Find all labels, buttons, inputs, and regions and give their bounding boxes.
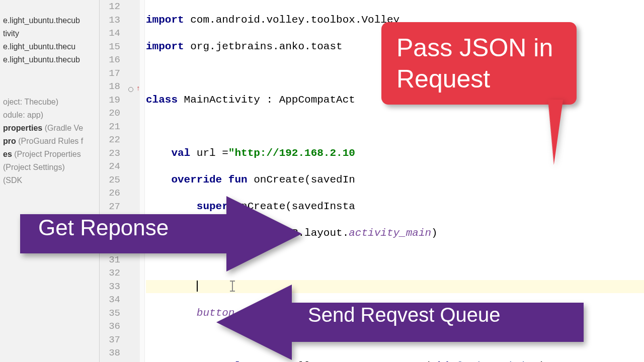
- tree-item[interactable]: (Project Settings): [0, 161, 99, 174]
- project-sidebar: e.light_ubuntu.thecub tivity e.light_ubu…: [0, 0, 100, 362]
- line-number: 37: [100, 333, 144, 347]
- line-number: 34: [100, 293, 144, 307]
- tree-item[interactable]: (SDK: [0, 174, 99, 187]
- line-number: 21: [100, 120, 144, 134]
- line-number: 17: [100, 67, 144, 80]
- tree-item[interactable]: pro (ProGuard Rules f: [0, 135, 99, 148]
- line-number: 25: [100, 173, 144, 187]
- line-number-gutter: 12131415161718↑1920212223242526272829303…: [100, 0, 145, 362]
- tree-item[interactable]: es (Project Properties: [0, 148, 99, 161]
- line-number: 18↑: [100, 80, 144, 94]
- line-number: 15: [100, 40, 144, 54]
- line-number: 14: [100, 27, 144, 40]
- line-number: 24: [100, 160, 144, 173]
- fold-column: [140, 0, 145, 362]
- text-cursor: [197, 281, 198, 292]
- tree-item[interactable]: e.light_ubuntu.thecub: [0, 14, 99, 27]
- line-number: 20: [100, 107, 144, 120]
- line-number: 38: [100, 346, 144, 360]
- line-number: 36: [100, 320, 144, 333]
- line-number: 35: [100, 307, 144, 320]
- line-number: 13: [100, 14, 144, 27]
- tree-item[interactable]: properties (Gradle Ve: [0, 122, 99, 135]
- arrow-get-response-text: Get Reponse: [38, 215, 169, 240]
- line-number: 33: [100, 280, 144, 294]
- module-label: odule: app): [0, 109, 99, 122]
- tree-item[interactable]: e.light_ubuntu.thecu: [0, 40, 99, 53]
- override-gutter-icon[interactable]: [127, 83, 133, 89]
- line-number: 19: [100, 94, 144, 107]
- line-number: 23: [100, 147, 144, 160]
- arrow-send-request-queue-text: Send Reqvest Queue: [308, 304, 500, 326]
- line-number: 16: [100, 53, 144, 67]
- callout-pass-json: Pass JSON in Request: [381, 22, 577, 105]
- line-number: 22: [100, 133, 144, 147]
- tree-item[interactable]: tivity: [0, 27, 99, 40]
- tree-item[interactable]: e.light_ubuntu.thecub: [0, 53, 99, 66]
- project-label: oject: Thecube): [0, 96, 99, 109]
- callout-text: Pass JSON in Request: [396, 32, 561, 95]
- line-number: 12: [100, 0, 144, 14]
